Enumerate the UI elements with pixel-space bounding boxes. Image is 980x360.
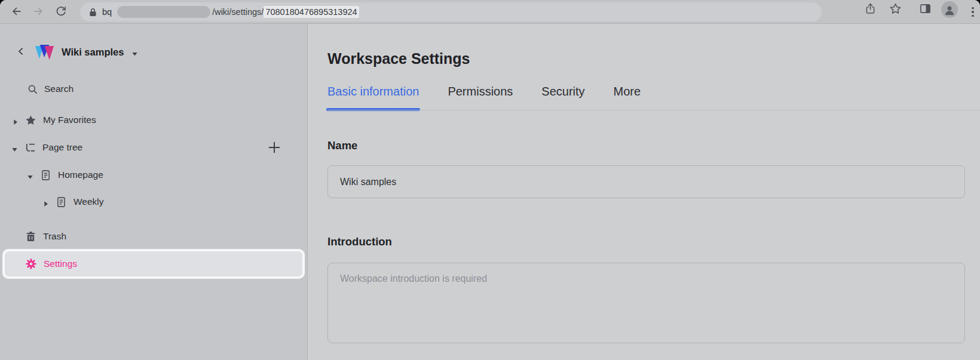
homepage-label: Homepage <box>58 170 103 180</box>
workspace-introduction-textarea[interactable] <box>327 263 965 343</box>
url-bar[interactable]: bq /wiki/settings/ 7080180476895313924 <box>80 2 822 21</box>
tab-permissions[interactable]: Permissions <box>448 84 513 111</box>
settings-page: Workspace Settings Basic information Per… <box>308 24 980 360</box>
page-title: Workspace Settings <box>327 50 470 67</box>
url-workspace-id-selected: 7080180476895313924 <box>264 6 359 18</box>
side-panel-button[interactable] <box>915 0 935 19</box>
tab-basic-information[interactable]: Basic information <box>327 84 419 111</box>
reload-button[interactable] <box>51 2 71 21</box>
chevron-down-icon[interactable] <box>11 144 18 151</box>
browser-toolbar: bq /wiki/settings/ 7080180476895313924 <box>0 0 980 24</box>
add-page-button[interactable] <box>268 141 281 154</box>
tabs-divider <box>327 110 980 110</box>
workspace-switcher-caret-icon[interactable] <box>131 49 138 56</box>
sidebar: Wiki samples Search My Favorites <box>0 24 308 360</box>
url-redacted-text <box>117 6 210 18</box>
url-domain-prefix: bq <box>102 7 112 17</box>
back-button[interactable] <box>7 2 26 21</box>
share-icon <box>864 2 877 17</box>
workspace-name[interactable]: Wiki samples <box>62 47 124 58</box>
settings-selection-highlight: Settings <box>2 249 305 279</box>
sidebar-item-search[interactable]: Search <box>0 80 307 98</box>
settings-label: Settings <box>44 259 77 269</box>
sidebar-item-weekly[interactable]: Weekly <box>0 193 307 211</box>
sidebar-item-trash[interactable]: Trash <box>0 227 307 245</box>
chevron-down-icon[interactable] <box>27 172 33 179</box>
bookmark-star-icon <box>889 2 902 17</box>
overflow-menu-icon <box>972 7 974 10</box>
page-tree-icon <box>24 142 36 153</box>
weekly-label: Weekly <box>74 196 104 207</box>
browser-menu-button[interactable] <box>967 2 979 21</box>
document-icon <box>56 196 67 208</box>
share-button[interactable] <box>860 0 880 19</box>
gear-icon <box>25 258 37 270</box>
app-area: Wiki samples Search My Favorites <box>0 24 980 360</box>
sidebar-item-settings[interactable]: Settings <box>5 251 302 276</box>
back-arrow-icon <box>11 5 23 19</box>
search-label: Search <box>44 84 74 94</box>
reload-icon <box>55 5 67 19</box>
workspace-logo-icon <box>35 44 54 60</box>
page-tree-label: Page tree <box>42 142 82 153</box>
star-icon <box>25 115 36 126</box>
sidebar-item-homepage[interactable]: Homepage <box>0 166 307 184</box>
trash-icon <box>25 231 36 242</box>
trash-label: Trash <box>43 231 66 242</box>
chevron-right-icon[interactable] <box>42 199 49 205</box>
url-path: /wiki/settings/ <box>212 7 264 17</box>
sidebar-item-favorites[interactable]: My Favorites <box>0 111 307 129</box>
collapse-sidebar-icon[interactable] <box>17 47 25 57</box>
tab-more[interactable]: More <box>614 84 641 111</box>
settings-tabs: Basic information Permissions Security M… <box>327 84 980 111</box>
document-icon <box>40 170 51 181</box>
forward-button[interactable] <box>29 2 48 21</box>
browser-window: bq /wiki/settings/ 7080180476895313924 <box>0 0 980 360</box>
introduction-field-label: Introduction <box>327 235 392 248</box>
favorites-label: My Favorites <box>43 115 96 125</box>
chevron-right-icon[interactable] <box>12 117 19 124</box>
forward-arrow-icon <box>32 5 44 19</box>
workspace-header: Wiki samples <box>0 43 307 61</box>
profile-avatar[interactable] <box>941 1 958 18</box>
side-panel-icon <box>919 2 932 17</box>
search-icon <box>27 84 38 94</box>
workspace-name-input[interactable] <box>327 165 965 198</box>
person-icon <box>944 4 956 18</box>
bookmark-button[interactable] <box>886 0 905 19</box>
name-field-label: Name <box>327 139 357 152</box>
lock-icon <box>89 8 97 17</box>
tab-security[interactable]: Security <box>541 84 584 111</box>
plus-icon <box>268 147 281 156</box>
sidebar-item-page-tree[interactable]: Page tree <box>0 139 307 156</box>
